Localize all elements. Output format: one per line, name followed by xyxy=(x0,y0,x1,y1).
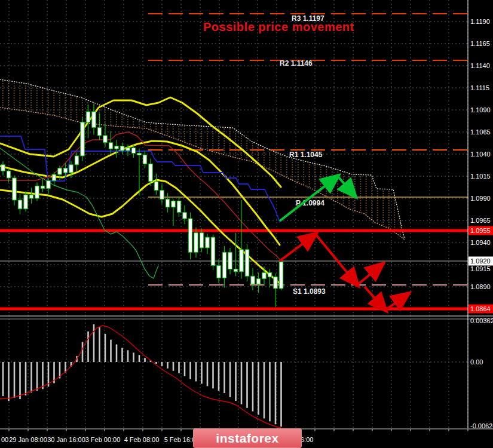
candle xyxy=(35,182,39,201)
svg-text:1.1115: 1.1115 xyxy=(470,84,489,91)
chart-window: R3 1.1197R2 1.1146R1 1.1045P 1.0994S1 1.… xyxy=(0,0,493,448)
svg-text:1.0955: 1.0955 xyxy=(470,227,491,234)
candle xyxy=(166,193,169,213)
candle xyxy=(18,194,22,214)
candle xyxy=(137,149,141,195)
instaforex-logo: instaforex xyxy=(193,428,302,448)
ichimoku-cloud xyxy=(0,79,405,240)
candle xyxy=(256,272,260,293)
candle xyxy=(228,248,232,274)
price-axis: 1.11901.11651.11401.11151.10901.10651.10… xyxy=(468,18,493,429)
candle xyxy=(154,174,158,195)
svg-text:1.1165: 1.1165 xyxy=(470,40,490,47)
svg-text:1.0990: 1.0990 xyxy=(470,195,491,202)
svg-text:1.1090: 1.1090 xyxy=(470,106,491,113)
candle xyxy=(24,191,27,211)
candle xyxy=(177,197,180,217)
candle xyxy=(13,176,16,205)
svg-text:1.0920: 1.0920 xyxy=(470,257,491,265)
price-chart-canvas[interactable]: R3 1.1197R2 1.1146R1 1.1045P 1.0994S1 1.… xyxy=(0,0,493,448)
svg-text:R1 1.1045: R1 1.1045 xyxy=(289,151,323,159)
svg-text:R2 1.1146: R2 1.1146 xyxy=(280,59,313,67)
svg-text:3 Feb 00:00: 3 Feb 00:00 xyxy=(85,436,121,443)
candle xyxy=(115,140,118,158)
candle xyxy=(52,172,56,186)
candle xyxy=(1,161,5,176)
svg-text:1.1040: 1.1040 xyxy=(470,151,491,158)
instaforex-logo-text: instaforex xyxy=(216,431,278,446)
candle xyxy=(222,246,226,288)
candle xyxy=(188,213,192,259)
svg-text:0.00: 0.00 xyxy=(470,358,483,366)
candle xyxy=(183,205,186,224)
candle xyxy=(279,259,283,290)
candle xyxy=(81,117,84,161)
svg-text:30 Jan 16:00: 30 Jan 16:00 xyxy=(47,436,85,443)
svg-text:1.0890: 1.0890 xyxy=(470,283,491,290)
svg-text:1.1015: 1.1015 xyxy=(470,173,491,180)
candle xyxy=(217,259,221,283)
svg-text:1.1190: 1.1190 xyxy=(470,18,490,25)
svg-text:1.0864: 1.0864 xyxy=(470,305,491,312)
candle xyxy=(41,179,44,192)
candle xyxy=(29,188,33,204)
svg-text:29 Jan 08:00: 29 Jan 08:00 xyxy=(9,436,47,443)
candle xyxy=(240,200,243,279)
candle xyxy=(143,151,146,168)
macd-pane xyxy=(0,324,282,428)
svg-text:6:00: 6:00 xyxy=(301,436,313,443)
svg-text:1.0940: 1.0940 xyxy=(470,239,491,246)
svg-text:1.1065: 1.1065 xyxy=(470,128,491,136)
candle xyxy=(160,184,164,204)
chart-title: Possible price movement xyxy=(203,20,354,34)
svg-text:1.0965: 1.0965 xyxy=(470,217,491,224)
candle xyxy=(75,152,78,171)
svg-text:0.00362: 0.00362 xyxy=(470,317,493,324)
candle xyxy=(172,199,175,225)
candle xyxy=(234,233,237,277)
candle xyxy=(131,145,135,158)
candle xyxy=(245,244,249,281)
candle xyxy=(103,123,107,147)
svg-text:1.1140: 1.1140 xyxy=(470,62,490,69)
svg-text:00: 00 xyxy=(1,436,8,443)
svg-text:S1 1.0893: S1 1.0893 xyxy=(293,287,326,296)
candle xyxy=(206,234,209,254)
svg-text:-0.00624: -0.00624 xyxy=(470,422,493,429)
candle xyxy=(47,178,50,194)
svg-text:1.0915: 1.0915 xyxy=(470,265,491,272)
candle xyxy=(211,235,215,270)
svg-text:4 Feb 08:00: 4 Feb 08:00 xyxy=(124,436,160,443)
